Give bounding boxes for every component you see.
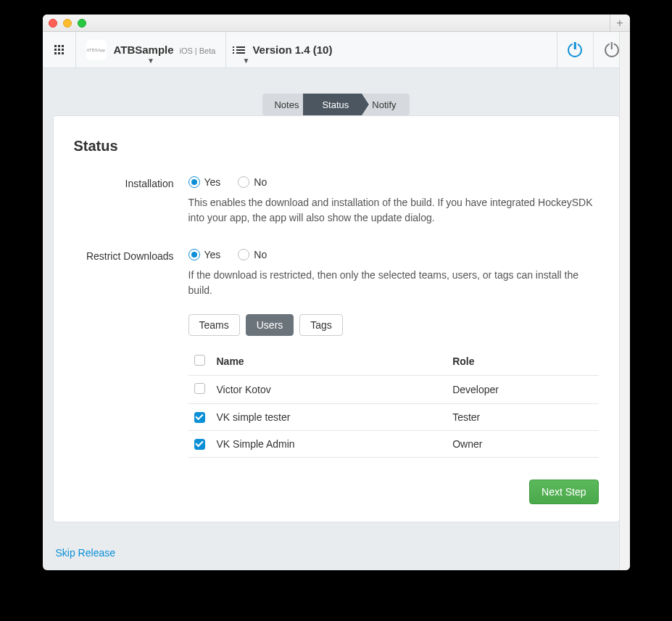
- select-all-checkbox[interactable]: [194, 355, 205, 366]
- installation-no-radio[interactable]: No: [238, 176, 267, 188]
- radio-unchecked-icon: [238, 249, 249, 260]
- restrict-yes-radio[interactable]: Yes: [188, 249, 221, 260]
- app-name-block: ATBSample iOS | Beta: [114, 44, 216, 56]
- chevron-down-icon: ▼: [242, 57, 249, 65]
- next-step-button[interactable]: Next Step: [529, 480, 598, 504]
- installation-field: Yes No This enables the download and ins…: [188, 176, 599, 242]
- app-logo: ATBSApp: [86, 40, 107, 60]
- traffic-lights: [49, 19, 86, 28]
- chevron-down-icon: ▼: [147, 57, 154, 65]
- page-title: Status: [74, 138, 599, 155]
- column-role: Role: [447, 347, 598, 376]
- power-icon: [568, 43, 582, 57]
- close-window-button[interactable]: [49, 19, 57, 28]
- card-footer: Next Step: [74, 480, 599, 504]
- table-row: VK simple tester Tester: [188, 404, 599, 431]
- app-selector[interactable]: ATBSApp ATBSample iOS | Beta ▼: [76, 32, 227, 67]
- grid-icon: [54, 45, 64, 54]
- cell-name: VK simple tester: [211, 404, 447, 431]
- tab-tags[interactable]: Tags: [299, 314, 343, 336]
- installation-help: This enables the download and installati…: [188, 195, 599, 226]
- status-card: Status Installation Yes No This e: [53, 115, 620, 522]
- app-window: + ATBSApp ATBSample iOS | Beta ▼ Version…: [43, 15, 630, 570]
- tab-users[interactable]: Users: [246, 314, 294, 336]
- version-selector[interactable]: Version 1.4 (10) ▼: [226, 32, 557, 67]
- filter-tabs: Teams Users Tags: [188, 314, 599, 336]
- wizard-steps: Notes Status Notify: [53, 94, 620, 115]
- row-checkbox[interactable]: [194, 383, 205, 394]
- radio-checked-icon: [188, 176, 200, 188]
- restrict-field: Yes No If the download is restricted, th…: [188, 249, 599, 458]
- row-checkbox[interactable]: [194, 439, 205, 450]
- vertical-scrollbar[interactable]: [619, 32, 630, 570]
- action-button-primary[interactable]: [557, 32, 594, 67]
- installation-row: Installation Yes No This enables the dow…: [74, 176, 599, 242]
- restrict-row: Restrict Downloads Yes No If the downloa…: [74, 249, 599, 458]
- minimize-window-button[interactable]: [63, 19, 72, 28]
- radio-unchecked-icon: [238, 176, 249, 188]
- table-row: VK Simple Admin Owner: [188, 431, 599, 458]
- apps-menu-button[interactable]: [43, 32, 76, 67]
- content-area: Notes Status Notify Status Installation …: [43, 68, 630, 537]
- new-tab-button[interactable]: +: [610, 15, 630, 32]
- row-checkbox[interactable]: [194, 412, 205, 423]
- cell-name: VK Simple Admin: [211, 431, 447, 458]
- version-label: Version 1.4 (10): [252, 44, 332, 56]
- toolbar: ATBSApp ATBSample iOS | Beta ▼ Version 1…: [43, 32, 630, 68]
- restrict-help: If the download is restricted, then only…: [188, 268, 599, 298]
- window-titlebar: +: [43, 15, 630, 32]
- wizard-step-status[interactable]: Status: [303, 94, 362, 115]
- list-icon: [236, 46, 245, 54]
- restrict-no-radio[interactable]: No: [238, 249, 267, 260]
- cell-name: Victor Kotov: [211, 376, 447, 404]
- power-icon: [605, 43, 619, 57]
- installation-yes-radio[interactable]: Yes: [188, 176, 221, 188]
- installation-label: Installation: [74, 176, 188, 242]
- maximize-window-button[interactable]: [78, 19, 86, 28]
- cell-role: Developer: [447, 376, 598, 404]
- cell-role: Tester: [447, 404, 598, 431]
- table-row: Victor Kotov Developer: [188, 376, 599, 404]
- users-table: Name Role Victor Kotov Developer: [188, 347, 599, 458]
- skip-release-link[interactable]: Skip Release: [43, 537, 129, 570]
- cell-role: Owner: [447, 431, 598, 458]
- restrict-label: Restrict Downloads: [74, 249, 188, 458]
- tab-teams[interactable]: Teams: [188, 314, 240, 336]
- app-meta-label: iOS | Beta: [179, 46, 215, 55]
- radio-checked-icon: [188, 249, 200, 260]
- table-header-row: Name Role: [188, 347, 599, 376]
- column-name: Name: [211, 347, 447, 376]
- app-name-label: ATBSample: [114, 44, 174, 56]
